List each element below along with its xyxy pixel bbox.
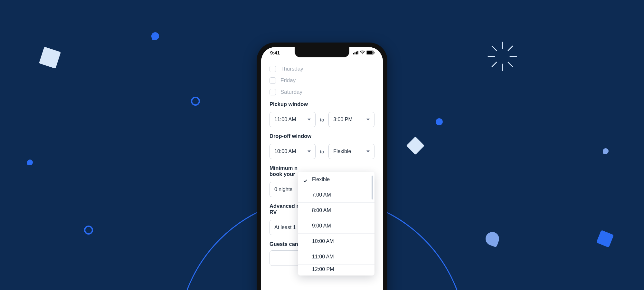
bg-shape-blob [603,148,609,154]
svg-line-4 [492,46,497,51]
select-value: 10:00 AM [274,149,296,154]
phone-device-frame: 9:41 Thursday Friday Saturday [257,43,387,290]
day-label: Friday [280,77,296,84]
select-value: Flexible [333,149,351,154]
dropoff-from-select[interactable]: 10:00 AM [270,144,316,159]
select-value: 3:00 PM [333,117,353,122]
pickup-from-select[interactable]: 11:00 AM [270,112,316,127]
day-checkbox-saturday[interactable]: Saturday [270,89,374,95]
svg-line-5 [508,62,513,67]
scrollbar[interactable] [372,176,373,199]
bg-shape-square [596,230,614,248]
spark-icon [486,40,518,72]
cellular-icon [353,51,359,54]
dropdown-option[interactable]: 12:00 PM [298,265,374,276]
wifi-icon [360,50,365,55]
bg-shape-square [406,137,425,155]
svg-line-6 [508,46,513,51]
option-label: 9:00 AM [312,223,331,229]
status-time: 9:41 [270,50,280,55]
checkbox-icon [270,89,276,95]
chevron-down-icon [308,150,311,152]
day-checkbox-thursday[interactable]: Thursday [270,66,374,72]
option-label: 10:00 AM [312,238,334,244]
settings-screen: Thursday Friday Saturday Pickup window 1… [261,58,383,290]
battery-icon [366,51,374,54]
option-label: 11:00 AM [312,254,334,260]
select-value: 11:00 AM [274,117,296,122]
bg-shape-triangle [484,230,501,247]
dropoff-window-label: Drop-off window [270,133,374,139]
dropdown-option[interactable]: 10:00 AM [298,234,374,249]
check-icon [304,177,309,182]
chevron-down-icon [366,119,370,121]
svg-line-7 [492,62,497,67]
chevron-down-icon [308,119,311,121]
bg-shape-ring [84,226,93,235]
dropdown-option[interactable]: 11:00 AM [298,249,374,265]
pickup-window-label: Pickup window [270,101,374,107]
bg-shape-ring [191,97,200,106]
dropdown-option[interactable]: 9:00 AM [298,218,374,234]
pickup-to-select[interactable]: 3:00 PM [328,112,374,127]
option-label: 12:00 PM [312,266,334,272]
day-label: Saturday [280,89,302,95]
bg-shape-blob [27,160,33,165]
option-label: 8:00 AM [312,208,331,213]
select-value: 0 nights [274,187,292,192]
option-label: Flexible [312,177,330,182]
dropdown-option[interactable]: 8:00 AM [298,203,374,218]
select-value: At least 1 [274,225,296,230]
time-dropdown-menu: Flexible 7:00 AM 8:00 AM 9:00 AM 10:00 A… [298,172,374,276]
bg-shape-blob [435,118,443,126]
dropdown-option-flexible[interactable]: Flexible [298,172,374,187]
chevron-down-icon [366,150,370,152]
checkbox-icon [270,66,276,72]
range-separator: to [320,117,324,122]
checkbox-icon [270,77,276,84]
bg-shape-blob [151,32,160,41]
range-separator: to [320,149,324,154]
day-label: Thursday [280,66,303,72]
day-checkbox-friday[interactable]: Friday [270,77,374,84]
phone-notch [295,47,349,57]
phone-screen: 9:41 Thursday Friday Saturday [261,47,383,290]
dropdown-option[interactable]: 7:00 AM [298,187,374,203]
dropoff-to-select[interactable]: Flexible [328,144,374,159]
bg-shape-square [39,47,61,69]
option-label: 7:00 AM [312,192,331,198]
